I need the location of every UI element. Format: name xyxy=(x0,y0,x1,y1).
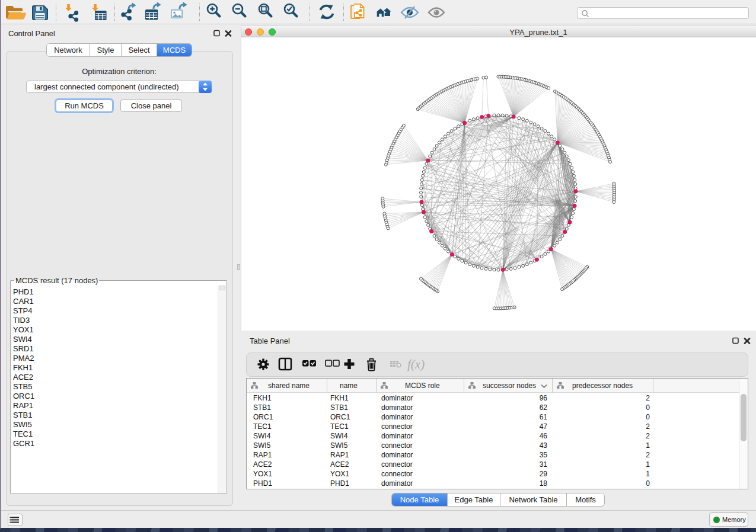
svg-text:f(x): f(x) xyxy=(407,357,425,371)
